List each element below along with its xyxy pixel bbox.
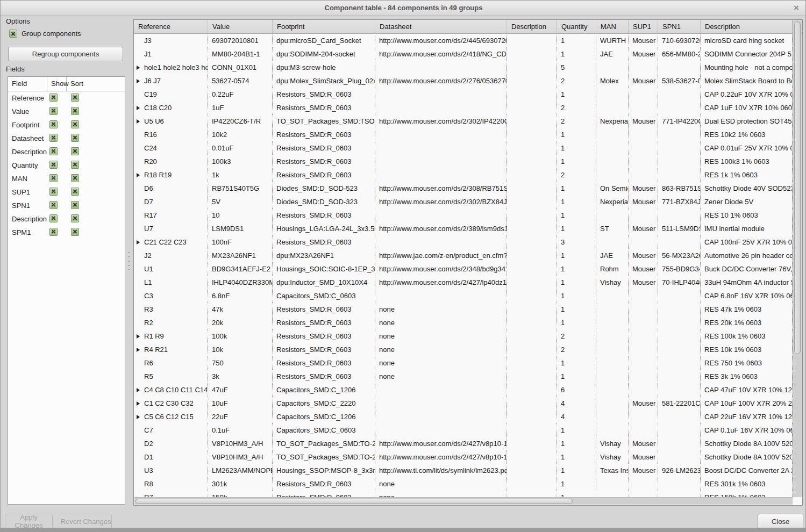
- field-sort-checkbox[interactable]: [71, 120, 79, 128]
- field-sort-checkbox[interactable]: [71, 228, 79, 236]
- table-row[interactable]: C1 C2 C30 C3210uFCapacitors_SMD:C_22204M…: [134, 397, 802, 410]
- expand-arrow-icon[interactable]: [137, 401, 140, 406]
- expand-arrow-icon[interactable]: [137, 79, 140, 83]
- column-header-datasheet[interactable]: Datasheet: [375, 20, 507, 33]
- regroup-components-button[interactable]: Regroup components: [8, 47, 123, 61]
- expand-arrow-icon[interactable]: [137, 348, 140, 352]
- table-row[interactable]: C190.22uFResistors_SMD:R_06031CAP 0.22uF…: [134, 88, 802, 101]
- column-header-description[interactable]: Description: [701, 20, 793, 33]
- table-row[interactable]: C4 C8 C10 C11 C14 C47uFCapacitors_SMD:C_…: [134, 383, 802, 397]
- reference-text: C3: [144, 292, 153, 300]
- table-row[interactable]: J1MM80-204B1-1dpu:SODIMM-204-sockethttp:…: [134, 47, 802, 61]
- expand-arrow-icon[interactable]: [137, 173, 140, 177]
- table-row[interactable]: R18 R191kResistors_SMD:R_06032RES 1k 1% …: [134, 168, 802, 182]
- table-row[interactable]: C18 C201uFResistors_SMD:R_06032CAP 1uF 1…: [134, 101, 802, 114]
- field-show-checkbox[interactable]: [49, 161, 58, 169]
- column-header-description[interactable]: Description: [507, 20, 557, 33]
- cell-spn1: 863-RB751S4: [658, 182, 701, 195]
- column-header-spn1[interactable]: SPN1: [658, 20, 701, 33]
- horizontal-scrollbar-thumb[interactable]: [135, 499, 573, 504]
- field-sort-checkbox[interactable]: [71, 134, 79, 142]
- table-row[interactable]: U1BD9G341AEFJ-E2Housings_SOIC:SOIC-8-1EP…: [134, 262, 802, 276]
- vertical-scrollbar-thumb[interactable]: [794, 21, 801, 354]
- cell-footprint: Resistors_SMD:R_0603: [273, 477, 375, 491]
- field-sort-checkbox[interactable]: [71, 94, 79, 102]
- table-row[interactable]: R1610k2Resistors_SMD:R_06031RES 10k2 1% …: [134, 128, 802, 141]
- field-show-checkbox[interactable]: [49, 214, 58, 222]
- table-row[interactable]: J2MX23A26NF1dpu:MX23A26NF1http://www.jae…: [134, 249, 802, 262]
- field-sort-checkbox[interactable]: [71, 161, 79, 169]
- table-row[interactable]: R220kResistors_SMD:R_0603none1RES 20k 1%…: [134, 316, 802, 329]
- expand-arrow-icon[interactable]: [137, 388, 140, 392]
- expand-arrow-icon[interactable]: [137, 334, 140, 339]
- field-sort-checkbox[interactable]: [71, 107, 79, 115]
- reference-text: D1: [144, 453, 153, 461]
- panel-splitter[interactable]: [125, 16, 133, 529]
- titlebar[interactable]: Component table - 84 components in 49 gr…: [1, 1, 806, 16]
- table-row[interactable]: R6750Resistors_SMD:R_0603none1RES 750 1%…: [134, 356, 802, 370]
- table-row[interactable]: C240.01uFResistors_SMD:R_06031CAP 0.01uF…: [134, 141, 802, 155]
- table-row[interactable]: R1710Resistors_SMD:R_06031RES 10 1% 0603: [134, 209, 802, 222]
- table-row[interactable]: C5 C6 C12 C1522uFCapacitors_SMD:C_12064C…: [134, 410, 802, 423]
- expand-arrow-icon[interactable]: [137, 240, 140, 245]
- table-row[interactable]: R20100k3Resistors_SMD:R_06031RES 100k3 1…: [134, 155, 802, 168]
- cell-reference: D6: [134, 182, 208, 195]
- column-header-reference[interactable]: Reference: [134, 20, 208, 33]
- field-show-checkbox[interactable]: [49, 228, 58, 236]
- field-show-checkbox[interactable]: [49, 120, 58, 128]
- table-row[interactable]: hole1 hole2 hole3 holCONN_01X01dpu:M3-sc…: [134, 61, 802, 74]
- table-row[interactable]: D75VDiodes_SMD:D_SOD-323http://www.mouse…: [134, 195, 802, 209]
- field-sort-checkbox[interactable]: [71, 188, 79, 196]
- expand-arrow-icon[interactable]: [137, 119, 140, 124]
- field-show-checkbox[interactable]: [49, 201, 58, 209]
- table-row[interactable]: D1V8P10HM3_A/HTO_SOT_Packages_SMD:TO-277…: [134, 450, 802, 464]
- close-icon[interactable]: ×: [791, 3, 802, 13]
- field-sort-checkbox[interactable]: [71, 201, 79, 209]
- table-row[interactable]: C36.8nFCapacitors_SMD:C_06031CAP 6.8nF 1…: [134, 289, 802, 303]
- table-row[interactable]: R4 R2110kResistors_SMD:R_0603none2RES 10…: [134, 343, 802, 356]
- fields-col-sort: Sort: [67, 77, 125, 91]
- table-row[interactable]: D6RB751S40T5GDiodes_SMD:D_SOD-523http://…: [134, 182, 802, 195]
- vertical-scrollbar[interactable]: [793, 20, 802, 497]
- field-show-checkbox[interactable]: [49, 188, 58, 196]
- group-components-checkbox[interactable]: [9, 30, 17, 38]
- splitter-grip-icon[interactable]: [129, 252, 130, 270]
- revert-changes-button[interactable]: Revert Changes: [60, 514, 112, 529]
- table-row[interactable]: J6 J753627-0574dpu:Molex_SlimStack_Plug_…: [134, 74, 802, 88]
- table-row[interactable]: U5 U6IP4220CZ6-T/RTO_SOT_Packages_SMD:TS…: [134, 114, 802, 128]
- table-row[interactable]: R8301kResistors_SMD:R_0603none1RES 301k …: [134, 477, 802, 491]
- field-show-checkbox[interactable]: [49, 174, 58, 182]
- table-row[interactable]: C70.1uFCapacitors_SMD:C_06031CAP 0.1uF 1…: [134, 423, 802, 437]
- expand-arrow-icon[interactable]: [137, 415, 140, 419]
- cell-spn1: 538-53627-0: [658, 74, 701, 88]
- table-row[interactable]: U7LSM9DS1Housings_LGA:LGA-24L_3x3.5mmhtt…: [134, 222, 802, 235]
- apply-changes-button[interactable]: Apply Changes: [5, 514, 53, 529]
- table-row[interactable]: J3693072010801dpu:microSD_Card_Sockethtt…: [134, 34, 802, 47]
- table-row[interactable]: C21 C22 C23100nFResistors_SMD:R_06033CAP…: [134, 235, 802, 249]
- expand-arrow-icon[interactable]: [137, 66, 140, 70]
- table-row[interactable]: U3LM2623AMM/NOPBHousings_SSOP:MSOP-8_3x3…: [134, 464, 802, 477]
- field-show-checkbox[interactable]: [49, 134, 58, 142]
- cell-quantity: 3: [557, 235, 596, 249]
- cell-description2: CAP 0.1uF 16V X7R 10% 0603: [701, 423, 793, 437]
- column-header-footprint[interactable]: Footprint: [273, 20, 375, 33]
- field-show-checkbox[interactable]: [49, 107, 58, 115]
- field-sort-checkbox[interactable]: [71, 174, 79, 182]
- column-header-sup1[interactable]: SUP1: [629, 20, 658, 33]
- expand-arrow-icon[interactable]: [137, 106, 140, 110]
- field-sort-checkbox[interactable]: [71, 214, 79, 222]
- field-show-checkbox[interactable]: [49, 147, 58, 155]
- table-row[interactable]: L1IHLP4040DZR330M1dpu:Inductor_SMD_10X10…: [134, 276, 802, 289]
- table-row[interactable]: D2V8P10HM3_A/HTO_SOT_Packages_SMD:TO-277…: [134, 437, 802, 450]
- close-button[interactable]: Close: [758, 514, 803, 529]
- field-sort-checkbox[interactable]: [71, 147, 79, 155]
- column-header-quantity[interactable]: Quantity: [557, 20, 596, 33]
- horizontal-scrollbar[interactable]: [134, 497, 793, 505]
- field-show-checkbox[interactable]: [49, 94, 58, 102]
- table-row[interactable]: R347kResistors_SMD:R_0603none1RES 47k 1%…: [134, 303, 802, 316]
- cell-man: [596, 155, 629, 168]
- table-row[interactable]: R1 R9100kResistors_SMD:R_0603none2RES 10…: [134, 329, 802, 343]
- column-header-value[interactable]: Value: [208, 20, 273, 33]
- column-header-man[interactable]: MAN: [596, 20, 629, 33]
- table-row[interactable]: R53kResistors_SMD:R_0603none1RES 3k 1% 0…: [134, 370, 802, 383]
